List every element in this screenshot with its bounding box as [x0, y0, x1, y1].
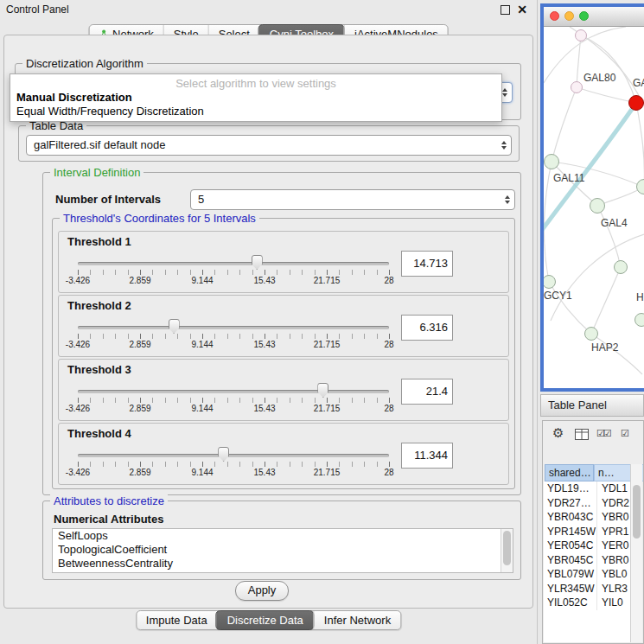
number-of-intervals-combobox[interactable]: 5	[190, 189, 515, 210]
table-panel-header[interactable]: Table Panel	[540, 394, 644, 417]
column-header-shared-name[interactable]: shared…	[545, 464, 594, 481]
combobox-value: 5	[198, 190, 204, 208]
close-icon[interactable]: ✕	[517, 3, 527, 16]
cell-shared-name: YIL052C	[544, 596, 596, 610]
table-data-combobox[interactable]: galFiltered.sif default node	[26, 135, 512, 156]
stepper-icon	[505, 195, 510, 204]
algorithm-option-manual[interactable]: Manual Discretization	[10, 91, 501, 105]
algorithm-option-equal-width[interactable]: Equal Width/Frequency Discretization	[10, 105, 501, 118]
attributes-group: Attributes to discretize Numerical Attri…	[42, 501, 521, 580]
network-view-window: GAL80GAGAL11GAL4GCY1HHAP2	[540, 3, 644, 392]
list-item[interactable]: TopologicalCoefficient	[53, 543, 513, 557]
threshold-4-slider[interactable]: -3.4262.8599.14415.4321.71528	[78, 446, 389, 479]
threshold-label: Threshold 4	[67, 427, 131, 440]
threshold-1-slider[interactable]: -3.4262.8599.14415.4321.71528	[78, 254, 389, 287]
cell-shared-name: YLR345W	[544, 582, 596, 596]
zoom-traffic-light-icon[interactable]	[579, 11, 589, 21]
table-scrollbar[interactable]	[630, 464, 642, 642]
cell-shared-name: YDR27…	[544, 496, 596, 511]
tab-impute-data[interactable]: Impute Data	[137, 611, 217, 629]
minimize-traffic-light-icon[interactable]	[564, 11, 574, 21]
bottom-tab-bar: Impute Data Discretize Data Infer Networ…	[136, 610, 401, 630]
slider-track[interactable]	[78, 262, 389, 265]
stepper-icon	[501, 141, 507, 150]
threshold-3-slider[interactable]: -3.4262.8599.14415.4321.71528	[78, 382, 389, 415]
network-node[interactable]	[544, 154, 559, 169]
threshold-label: Threshold 3	[67, 363, 131, 376]
tab-infer-network[interactable]: Infer Network	[314, 611, 400, 629]
network-node-label: GAL4	[601, 217, 628, 229]
network-node[interactable]	[590, 198, 605, 214]
threshold-label: Threshold 2	[67, 299, 131, 312]
network-node[interactable]	[584, 327, 598, 341]
table-header-row: shared… n…	[544, 464, 644, 481]
slider-ticks	[78, 270, 389, 275]
tab-label: Discretize Data	[227, 614, 303, 627]
gear-icon[interactable]: ⚙	[552, 425, 564, 441]
group-title: Interval Definition	[50, 166, 143, 179]
group-title: Threshold's Coordinates for 5 Intervals	[60, 212, 259, 225]
panel-title: Control Panel	[6, 3, 69, 16]
network-node-label: H	[636, 291, 644, 303]
cell-shared-name: YDL19…	[544, 481, 596, 496]
threshold-4-value-field[interactable]: 11.344	[401, 443, 453, 469]
slider-thumb[interactable]	[218, 447, 229, 462]
table-row[interactable]: YLR345WYLR3	[544, 582, 642, 596]
threshold-2-slider[interactable]: -3.4262.8599.14415.4321.71528	[78, 318, 389, 351]
tab-label: Impute Data	[146, 614, 207, 627]
table-row[interactable]: YDR27…YDR2	[544, 496, 642, 511]
table-panel: ⚙ ☑☑ ☑ shared… n… YDL19…YDL1 YDR27…YDR2 …	[542, 420, 644, 644]
float-window-icon[interactable]	[501, 5, 510, 15]
apply-button[interactable]: Apply	[235, 581, 289, 601]
slider-track[interactable]	[78, 390, 389, 393]
list-item[interactable]: SelfLoops	[53, 529, 513, 543]
threshold-4-block: Threshold 4 -3.4262.8599.14415.4321.7152…	[58, 423, 509, 485]
select-all-columns-icon[interactable]: ☑☑	[596, 428, 610, 439]
scrollbar-thumb[interactable]	[633, 485, 641, 539]
attributes-list[interactable]: SelfLoops TopologicalCoefficient Between…	[52, 528, 513, 573]
table-row[interactable]: YPR145WYPR1	[544, 525, 642, 539]
group-title: Attributes to discretize	[50, 494, 168, 507]
network-node[interactable]	[614, 260, 628, 274]
scrollbar-thumb[interactable]	[503, 531, 511, 565]
threshold-1-value-field[interactable]: 14.713	[401, 251, 453, 277]
threshold-2-value-field[interactable]: 6.316	[401, 315, 453, 341]
slider-track[interactable]	[78, 454, 389, 457]
threshold-3-value-field[interactable]: 21.4	[401, 379, 453, 405]
threshold-1-block: Threshold 1 -3.4262.8599.14415.4321.7152…	[58, 231, 509, 293]
slider-thumb[interactable]	[317, 383, 328, 398]
slider-track[interactable]	[78, 326, 389, 329]
tab-discretize-data[interactable]: Discretize Data	[216, 610, 315, 630]
network-node-label: GAL80	[583, 72, 615, 84]
network-node[interactable]	[571, 81, 583, 93]
network-node-label: GCY1	[544, 290, 572, 302]
table-row[interactable]: YBR043CYBR0	[544, 510, 642, 525]
network-canvas[interactable]: GAL80GAGAL11GAL4GCY1HHAP2	[544, 27, 644, 389]
network-node-label: HAP2	[591, 341, 618, 354]
tab-label: Infer Network	[324, 614, 391, 627]
table-rows: YDL19…YDL1 YDR27…YDR2 YBR043CYBR0 YPR145…	[544, 481, 642, 642]
close-traffic-light-icon[interactable]	[550, 11, 559, 21]
network-node[interactable]	[634, 313, 644, 327]
table-row[interactable]: YER054CYER0	[544, 539, 642, 553]
interval-definition-group: Interval Definition Number of Intervals …	[42, 172, 521, 495]
network-node[interactable]	[575, 29, 587, 41]
control-panel: Control Panel ✕ Network Style Select Cyn…	[0, 0, 538, 644]
slider-thumb[interactable]	[252, 255, 263, 270]
table-row[interactable]: YBL079WYBL0	[544, 567, 642, 582]
slider-ticks	[78, 398, 389, 403]
attributes-scrollbar[interactable]	[501, 529, 513, 572]
select-column-icon[interactable]: ☑	[621, 428, 628, 439]
table-row[interactable]: YDL19…YDL1	[544, 481, 642, 496]
table-row[interactable]: YIL052CYIL0	[544, 596, 642, 610]
network-node[interactable]	[628, 95, 644, 111]
list-item[interactable]: BetweennessCentrality	[53, 557, 513, 571]
columns-icon[interactable]	[575, 428, 589, 443]
app-root: Control Panel ✕ Network Style Select Cyn…	[0, 0, 644, 644]
dropdown-prompt: Select algorithm to view settings	[10, 77, 501, 91]
table-data-group: Table Data galFiltered.sif default node	[18, 125, 520, 162]
cell-shared-name: YBR043C	[544, 510, 596, 525]
table-row[interactable]: YBR045CYBR0	[544, 553, 642, 568]
combobox-value: galFiltered.sif default node	[34, 136, 165, 154]
slider-thumb[interactable]	[169, 319, 180, 334]
